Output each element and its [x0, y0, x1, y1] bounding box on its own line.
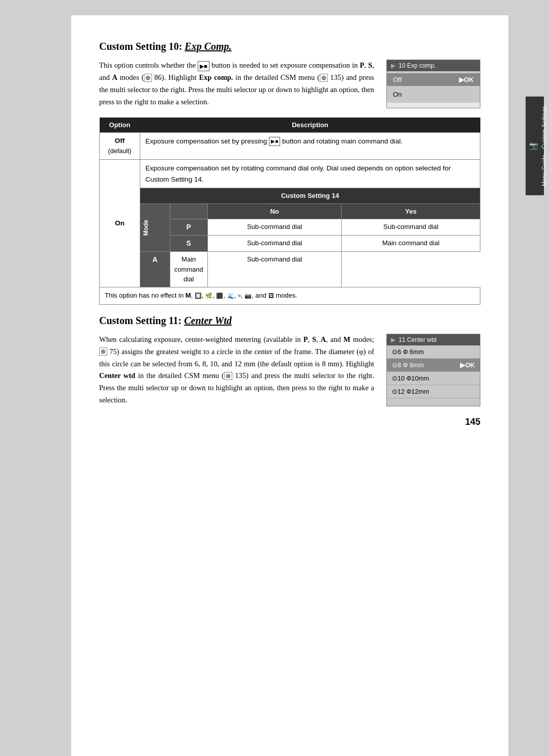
section-11-content: When calculating exposure, center-weight… [99, 334, 480, 407]
section-10-title-italic: Exp Comp. [185, 41, 231, 52]
section-10: Custom Setting 10: Exp Comp. This option… [99, 41, 480, 305]
center-menu-item-12mm[interactable]: ⊙12 Φ12mm [387, 385, 480, 398]
table-row-off: Off(default) Exposure compensation set b… [100, 132, 480, 160]
table-note-cell: This option has no effect in M, 🔲, 🌿, ⬛,… [100, 287, 480, 304]
section-10-content: This option controls whether the ▶■ butt… [99, 60, 480, 108]
mode-p-no: Sub-command dial [207, 219, 342, 236]
options-table: Option Description Off(default) Exposure… [99, 118, 480, 305]
section-10-title: Custom Setting 10: Exp Comp. [99, 41, 480, 52]
mode-a-label: A [140, 252, 170, 287]
exp-comp-menu-header: ▶ 10 Exp comp. [387, 60, 480, 71]
menu-item-on[interactable]: On [387, 88, 480, 101]
mode-s-label: S [170, 236, 207, 252]
mode-letter-header [170, 203, 207, 219]
section-11-title-italic: Center Wtd [184, 315, 232, 326]
section-10-body: This option controls whether the ▶■ butt… [99, 60, 374, 108]
exp-comp-menu-items: Off ▶OK On [387, 71, 480, 103]
no-header: No [207, 203, 342, 219]
section-10-title-text: Custom Setting 10: [99, 41, 185, 52]
exp-comp-menu-title: 10 Exp comp. [399, 62, 436, 69]
on-intro-cell: Exposure compensation set by rotating co… [140, 160, 480, 188]
page-number: 145 [99, 417, 480, 427]
option-col-header: Option [100, 118, 140, 133]
mode-a-no: Main command dial [170, 252, 207, 287]
center-menu-item-6mm[interactable]: ⊙6 Φ 6mm [387, 345, 480, 359]
section-11-body: When calculating exposure, center-weight… [99, 334, 374, 407]
center-wtd-menu-items: ⊙6 Φ 6mm ⊙8 Φ 8mm ▶OK ⊙10 Φ10mm ⊙12 Φ12m… [387, 345, 480, 398]
section-11-title: Custom Setting 11: Center Wtd [99, 315, 480, 327]
custom-setting-14-header: Custom Setting 14 [100, 188, 480, 204]
no-yes-headers: Mode No Yes [100, 203, 480, 219]
menu-item-off[interactable]: Off ▶OK [387, 73, 480, 86]
mode-p-label: P [170, 219, 207, 236]
mode-s-yes: Main command dial [342, 236, 480, 252]
center-wtd-menu-header: ▶ 11 Center wtd [387, 334, 480, 345]
exp-comp-menu: ▶ 10 Exp comp. Off ▶OK On [386, 60, 480, 108]
table-row-mode-a: A Main command dial Sub-command dial [100, 252, 480, 287]
section-11: Custom Setting 11: Center Wtd When calcu… [99, 315, 480, 407]
mode-a-yes: Sub-command dial [207, 252, 342, 287]
center-menu-item-10mm[interactable]: ⊙10 Φ10mm [387, 372, 480, 385]
mode-p-yes: Sub-command dial [342, 219, 480, 236]
center-wtd-menu: ▶ 11 Center wtd ⊙6 Φ 6mm ⊙8 Φ 8mm ▶OK ⊙1… [386, 334, 480, 407]
on-option-cell: On [100, 160, 140, 287]
mode-s-no: Sub-command dial [207, 236, 342, 252]
table-row-on-intro: On Exposure compensation set by rotating… [100, 160, 480, 188]
center-wtd-menu-title: 11 Center wtd [399, 336, 437, 343]
off-description-cell: Exposure compensation set by pressing ▶■… [140, 132, 480, 160]
page: 📷 Menu Guide—Custom Settings Custom Sett… [71, 15, 508, 756]
yes-header: Yes [342, 203, 480, 219]
side-tab-text: Menu Guide—Custom Settings [541, 106, 547, 186]
mode-col-header: Mode [140, 203, 170, 252]
section-11-title-text: Custom Setting 11: [99, 315, 184, 326]
description-col-header: Description [140, 118, 480, 133]
off-option-cell: Off(default) [100, 132, 140, 160]
side-tab-icon: 📷 [530, 141, 538, 151]
table-note-row: This option has no effect in M, 🔲, 🌿, ⬛,… [100, 287, 480, 304]
custom-setting-14-label: Custom Setting 14 [140, 188, 480, 204]
side-tab: 📷 Menu Guide—Custom Settings [526, 97, 544, 195]
center-menu-item-8mm[interactable]: ⊙8 Φ 8mm ▶OK [387, 359, 480, 372]
